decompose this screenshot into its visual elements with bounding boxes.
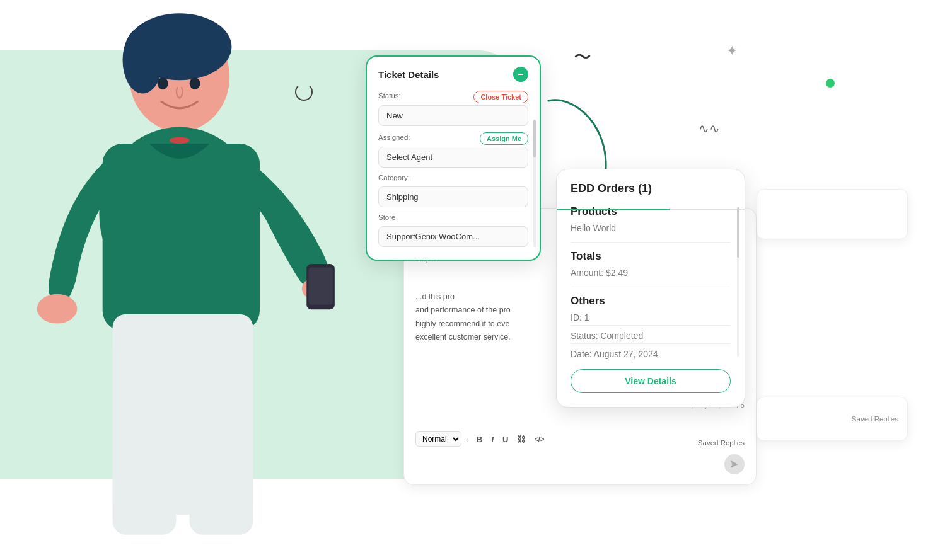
close-ticket-button[interactable]: Close Ticket — [473, 91, 528, 103]
status-row: Status: Close Ticket — [378, 91, 528, 103]
bold-button[interactable]: B — [473, 433, 485, 446]
edd-orders-card: EDD Orders (1) Products Hello World Tota… — [556, 169, 745, 408]
ticket-details-card: Ticket Details – Status: Close Ticket As… — [366, 55, 541, 261]
assign-me-button[interactable]: Assign Me — [480, 132, 528, 145]
ticket-card-close-button[interactable]: – — [513, 67, 528, 82]
svg-point-15 — [190, 77, 200, 89]
svg-point-7 — [37, 294, 78, 324]
send-area — [724, 454, 745, 474]
view-details-button[interactable]: View Details — [571, 369, 731, 393]
ticket-scrollbar-thumb — [533, 120, 536, 157]
others-section-title: Others — [571, 295, 731, 307]
category-input[interactable] — [378, 186, 528, 207]
ticket-card-scrollbar[interactable] — [533, 120, 536, 247]
saved-replies-button[interactable]: Saved Replies — [698, 439, 745, 447]
edd-top-border — [557, 209, 745, 210]
divider-2 — [571, 287, 731, 287]
dot-decoration — [826, 79, 835, 88]
edd-card-title: EDD Orders (1) — [571, 182, 731, 195]
ticket-card-title: Ticket Details — [378, 69, 439, 80]
editor-toolbar[interactable]: Normal ⬦ B I U ⛓ </> — [415, 431, 547, 447]
assigned-row: Assigned: Assign Me — [378, 132, 528, 145]
svg-point-14 — [158, 77, 168, 89]
amount-value: Amount: $2.49 — [571, 268, 731, 278]
saved-replies-label: Saved Replies — [852, 415, 898, 423]
assigned-label: Assigned: — [378, 134, 410, 141]
right-card-bottom: Saved Replies — [757, 397, 908, 441]
svg-point-3 — [123, 26, 163, 93]
mini-divider-2 — [571, 343, 731, 344]
totals-section-title: Totals — [571, 250, 731, 263]
person-illustration — [0, 0, 366, 548]
status-label: Status: — [378, 92, 401, 100]
agent-select[interactable]: Select Agent — [378, 147, 528, 168]
mini-divider — [571, 325, 731, 326]
svg-rect-6 — [103, 144, 260, 331]
svg-rect-10 — [308, 267, 332, 304]
circle-outline-decoration — [295, 83, 313, 101]
category-label: Category: — [378, 174, 528, 181]
wave-decoration: 〜 — [574, 45, 591, 69]
store-label: Store — [378, 214, 528, 221]
ticket-card-header: Ticket Details – — [378, 67, 528, 82]
status-input[interactable] — [378, 105, 528, 126]
svg-rect-12 — [113, 334, 177, 534]
edd-card-scrollbar[interactable] — [737, 207, 740, 357]
italic-button[interactable]: I — [488, 433, 497, 446]
date-value: Date: August 27, 2024 — [571, 349, 731, 359]
star-decoration: ✦ — [726, 43, 738, 59]
divider-1 — [571, 242, 731, 243]
send-button[interactable] — [724, 454, 745, 474]
link-button[interactable]: ⛓ — [514, 433, 528, 446]
right-card-top — [757, 189, 908, 239]
store-select[interactable]: SupportGenix WooCom... — [378, 226, 528, 247]
edd-scrollbar-thumb — [737, 207, 740, 258]
product-name: Hello World — [571, 223, 731, 233]
status-value: Status: Completed — [571, 331, 731, 341]
underline-button[interactable]: U — [499, 433, 511, 446]
products-section-title: Products — [571, 205, 731, 218]
id-value: ID: 1 — [571, 312, 731, 323]
edd-content: Products Hello World Totals Amount: $2.4… — [571, 205, 731, 393]
code-button[interactable]: </> — [531, 433, 547, 445]
svg-point-16 — [170, 137, 190, 144]
format-select[interactable]: Normal — [415, 431, 461, 447]
svg-rect-13 — [190, 334, 253, 534]
zigzag-decoration: ∿∿ — [699, 121, 720, 136]
